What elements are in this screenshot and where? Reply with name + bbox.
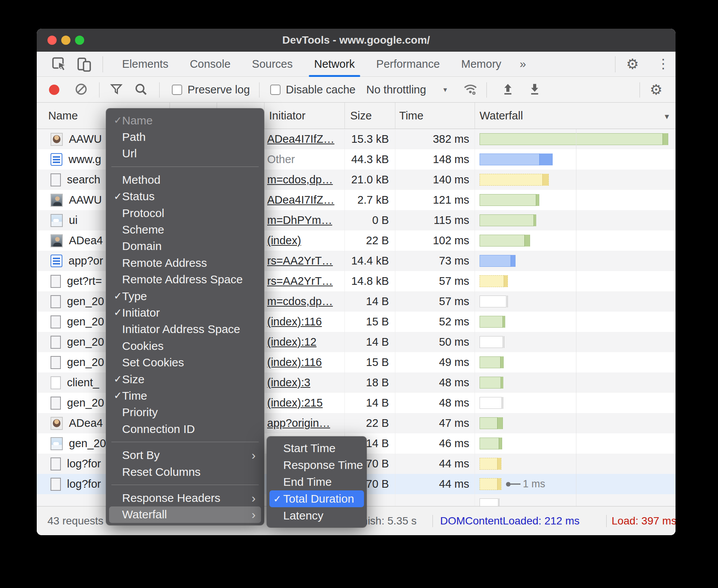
submenu-item-response-time[interactable]: Response Time bbox=[269, 457, 364, 474]
menu-item-scheme[interactable]: Scheme bbox=[109, 221, 261, 238]
checkmark-icon: ✓ bbox=[109, 191, 122, 203]
network-conditions-icon[interactable] bbox=[463, 82, 478, 98]
submenu-item-end-time[interactable]: End Time bbox=[269, 474, 364, 490]
initiator-link[interactable]: ADea4I7IfZ… bbox=[267, 133, 335, 145]
device-toolbar-icon[interactable] bbox=[76, 56, 93, 72]
request-size: 44.3 kB bbox=[343, 149, 389, 170]
gray-file-icon bbox=[51, 275, 61, 288]
submenu-item-latency[interactable]: Latency bbox=[269, 507, 364, 524]
request-name: gen_20 bbox=[67, 393, 104, 413]
column-header-waterfall[interactable]: Waterfall bbox=[480, 103, 523, 129]
request-name: gen_20 bbox=[67, 332, 104, 352]
network-settings-gear-icon[interactable]: ⚙ bbox=[650, 83, 663, 97]
menu-item-time[interactable]: ✓Time bbox=[109, 387, 261, 404]
tab-sources[interactable]: Sources bbox=[241, 52, 303, 77]
request-name: gen_20 bbox=[67, 352, 104, 372]
menu-item-method[interactable]: Method bbox=[109, 172, 261, 188]
throttling-select[interactable]: No throttling bbox=[366, 83, 426, 96]
inspect-element-icon[interactable] bbox=[51, 56, 67, 72]
waterfall-bar bbox=[480, 417, 503, 429]
request-name: AAWU bbox=[69, 190, 102, 210]
menu-item-remote-address[interactable]: Remote Address bbox=[109, 255, 261, 271]
initiator-link[interactable]: (index):12 bbox=[267, 336, 317, 348]
menu-item-label: Sort By bbox=[122, 449, 251, 462]
menu-item-path[interactable]: Path bbox=[109, 129, 261, 145]
menu-item-type[interactable]: ✓Type bbox=[109, 288, 261, 304]
initiator-link[interactable]: (index):215 bbox=[267, 397, 323, 409]
column-header-time[interactable]: Time bbox=[399, 103, 423, 129]
tab-network[interactable]: Network bbox=[304, 52, 366, 77]
more-options-icon[interactable]: ⋮ bbox=[657, 57, 670, 70]
preserve-log-checkbox[interactable] bbox=[172, 85, 182, 95]
menu-item-label: Remote Address Space bbox=[122, 273, 261, 286]
menu-item-sort-by[interactable]: Sort By› bbox=[109, 447, 261, 463]
menu-item-priority[interactable]: Priority bbox=[109, 404, 261, 421]
menu-item-label: Initiator Address Space bbox=[122, 323, 261, 336]
close-window-button[interactable] bbox=[47, 36, 57, 45]
sort-direction-icon[interactable]: ▼ bbox=[663, 113, 671, 121]
initiator-link[interactable]: rs=AA2YrT… bbox=[267, 275, 333, 287]
export-har-icon[interactable] bbox=[529, 83, 540, 97]
waterfall-annotation: 1 ms bbox=[523, 474, 545, 494]
submenu-item-label: Start Time bbox=[283, 442, 336, 455]
initiator-link[interactable]: m=cdos,dp… bbox=[267, 295, 333, 307]
submenu-item-total-duration[interactable]: ✓Total Duration bbox=[269, 490, 364, 507]
checkmark-icon: ✓ bbox=[109, 114, 122, 126]
import-har-icon[interactable] bbox=[502, 83, 514, 97]
menu-item-reset-columns[interactable]: Reset Columns bbox=[109, 464, 261, 480]
initiator-link[interactable]: (index):3 bbox=[267, 376, 310, 389]
column-header-size[interactable]: Size bbox=[350, 103, 372, 129]
menu-item-response-headers[interactable]: Response Headers› bbox=[109, 490, 261, 506]
divider bbox=[486, 82, 487, 98]
record-button[interactable] bbox=[49, 85, 59, 95]
menu-item-cookies[interactable]: Cookies bbox=[109, 338, 261, 354]
menu-item-set-cookies[interactable]: Set Cookies bbox=[109, 354, 261, 371]
initiator-link[interactable]: app?origin… bbox=[267, 417, 330, 429]
menu-item-label: Connection ID bbox=[122, 423, 261, 436]
submenu-item-start-time[interactable]: Start Time bbox=[269, 440, 364, 457]
blue-document-icon bbox=[51, 255, 62, 267]
initiator-link[interactable]: (index):116 bbox=[267, 315, 322, 328]
filter-icon[interactable] bbox=[109, 83, 123, 97]
menu-item-status[interactable]: ✓Status bbox=[109, 188, 261, 205]
tab-performance[interactable]: Performance bbox=[366, 52, 450, 77]
tab-elements[interactable]: Elements bbox=[111, 52, 179, 77]
minimize-window-button[interactable] bbox=[61, 36, 70, 45]
gray-file-icon bbox=[51, 478, 61, 491]
initiator-link[interactable]: m=cdos,dp… bbox=[267, 173, 333, 186]
menu-item-label: Waterfall bbox=[122, 508, 251, 521]
column-header-initiator[interactable]: Initiator bbox=[269, 103, 305, 129]
menu-item-initiator-address-space[interactable]: Initiator Address Space bbox=[109, 321, 261, 338]
waterfall-bar bbox=[480, 478, 501, 490]
menu-item-waterfall[interactable]: Waterfall› bbox=[109, 506, 261, 523]
more-tabs-icon[interactable]: » bbox=[512, 52, 534, 77]
initiator-link[interactable]: m=DhPYm… bbox=[267, 214, 332, 226]
menu-item-connection-id[interactable]: Connection ID bbox=[109, 421, 261, 437]
menu-item-protocol[interactable]: Protocol bbox=[109, 205, 261, 221]
initiator-link[interactable]: ADea4I7IfZ… bbox=[267, 194, 335, 206]
zoom-window-button[interactable] bbox=[75, 36, 84, 45]
disable-cache-checkbox[interactable] bbox=[270, 85, 281, 95]
avatar-photo-icon bbox=[51, 133, 63, 146]
chevron-down-icon[interactable]: ▼ bbox=[442, 87, 448, 93]
request-name: gen_20 bbox=[69, 433, 106, 454]
tab-memory[interactable]: Memory bbox=[450, 52, 512, 77]
menu-item-label: Initiator bbox=[122, 306, 261, 319]
menu-item-initiator[interactable]: ✓Initiator bbox=[109, 304, 261, 321]
settings-gear-icon[interactable]: ⚙ bbox=[626, 57, 639, 71]
load-time: Load: 397 ms bbox=[612, 506, 676, 535]
search-icon[interactable] bbox=[134, 82, 148, 98]
waterfall-bar bbox=[480, 154, 553, 165]
dom-content-loaded-time: DOMContentLoaded: 212 ms bbox=[440, 506, 579, 535]
tab-console[interactable]: Console bbox=[179, 52, 241, 77]
request-time: 382 ms bbox=[395, 129, 469, 149]
initiator-link[interactable]: (index) bbox=[267, 234, 301, 247]
clear-icon[interactable] bbox=[75, 83, 88, 97]
menu-item-size[interactable]: ✓Size bbox=[109, 371, 261, 387]
column-header-name[interactable]: Name bbox=[48, 103, 78, 129]
menu-item-url[interactable]: Url bbox=[109, 145, 261, 162]
initiator-link[interactable]: (index):116 bbox=[267, 356, 322, 368]
menu-item-domain[interactable]: Domain bbox=[109, 238, 261, 255]
initiator-link[interactable]: rs=AA2YrT… bbox=[267, 255, 333, 267]
menu-item-remote-address-space[interactable]: Remote Address Space bbox=[109, 271, 261, 288]
